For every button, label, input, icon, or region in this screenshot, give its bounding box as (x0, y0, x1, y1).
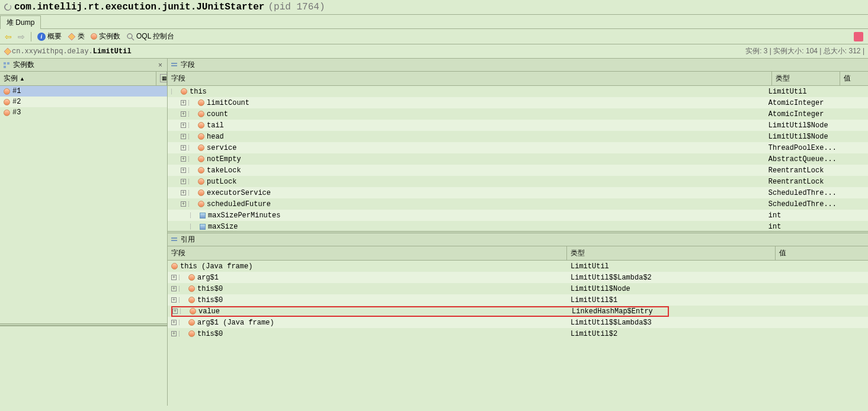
ref-type: LimitUtil$$Lambda$2 (571, 274, 652, 282)
ref-icon (188, 285, 195, 292)
ref-row[interactable]: this (Java frame)LimitUtil (168, 261, 868, 272)
separator (31, 32, 31, 41)
nav-back-button[interactable]: ⇦ (2, 31, 14, 43)
expand-icon[interactable]: + (171, 286, 177, 291)
field-type: ReentrantLock (768, 166, 824, 175)
tab-heap-dump[interactable]: 堆 Dump (0, 15, 41, 29)
svg-rect-5 (171, 63, 177, 64)
field-name: maxSize (208, 223, 238, 231)
toggle-classes[interactable]: 类 (65, 30, 87, 43)
expand-icon[interactable]: + (181, 168, 186, 173)
col-value[interactable]: 值 (776, 246, 868, 260)
panel-header-instances: 实例数 × (0, 59, 167, 72)
fields-table[interactable]: thisLimitUtil+ limitCountAtomicInteger+ … (168, 86, 868, 231)
instance-row[interactable]: #2 (0, 97, 167, 107)
ref-icon (188, 274, 195, 281)
expand-icon[interactable]: + (181, 123, 186, 128)
ref-name: this$0 (197, 285, 223, 293)
stats: 实例: 3 | 实例大小: 104 | 总大小: 312 | (745, 46, 864, 56)
breadcrumb-package: cn.xxywithpq.delay. (12, 47, 93, 56)
panel-header-refs: 引用 (168, 233, 868, 246)
field-row[interactable]: + putLockReentrantLock (168, 176, 868, 187)
field-name: head (207, 133, 224, 141)
ref-row[interactable]: +this$0LimitUtil$Node (168, 283, 868, 294)
field-obj-icon (198, 156, 204, 162)
svg-point-0 (127, 34, 132, 38)
refs-table[interactable]: this (Java frame)LimitUtil+arg$1LimitUti… (168, 261, 868, 339)
expand-icon[interactable]: + (172, 309, 178, 314)
field-row[interactable]: + scheduledFutureScheduledThre... (168, 198, 868, 210)
instance-row[interactable]: #1 (0, 86, 167, 97)
ref-row[interactable]: +arg$1 (Java frame)LimitUtil$$Lambda$3 (168, 317, 868, 328)
arrow-right-icon: ⇨ (18, 32, 25, 41)
field-obj-icon (198, 167, 204, 174)
expand-icon[interactable]: + (181, 111, 186, 117)
magnify-icon (126, 33, 134, 41)
field-row[interactable]: + notEmptyAbstractQueue... (168, 153, 868, 165)
field-obj-icon (181, 88, 187, 95)
field-type: ThreadPoolExe... (768, 144, 837, 152)
field-name: notEmpty (207, 155, 241, 163)
col-field[interactable]: 字段 (168, 246, 567, 260)
brand-button[interactable] (851, 31, 866, 43)
toggle-oql[interactable]: OQL 控制台 (124, 30, 177, 43)
ref-row[interactable]: +valueLinkedHashMap$Entry (168, 306, 868, 317)
nav-forward-button[interactable]: ⇨ (15, 31, 27, 43)
field-name: maxSizePerMinutes (208, 211, 280, 220)
field-row[interactable]: + limitCountAtomicInteger (168, 97, 868, 108)
toggle-instances[interactable]: 实例数 (88, 30, 123, 43)
instance-row[interactable]: #3 (0, 107, 167, 118)
expand-icon[interactable]: + (181, 145, 186, 150)
toggle-overview[interactable]: i 概要 (35, 30, 64, 43)
instances-list[interactable]: #1#2#3 (0, 86, 167, 323)
expand-icon[interactable]: + (181, 100, 186, 105)
svg-rect-3 (7, 62, 9, 65)
field-prim-icon (200, 213, 206, 219)
field-type: int (768, 211, 781, 220)
tabbar: 堆 Dump (0, 15, 868, 29)
field-row[interactable]: maxSizePerMinutesint (168, 210, 868, 221)
svg-rect-6 (171, 65, 177, 66)
field-row[interactable]: + serviceThreadPoolExe... (168, 142, 868, 153)
expand-icon[interactable]: + (181, 201, 186, 207)
expand-icon[interactable]: + (171, 320, 177, 325)
expand-icon[interactable]: + (181, 190, 186, 195)
field-row[interactable]: thisLimitUtil (168, 86, 868, 97)
toggle-instances-label: 实例数 (99, 31, 120, 41)
ref-type: LimitUtil$1 (571, 296, 617, 304)
expand-icon[interactable]: + (171, 331, 177, 336)
field-obj-icon (198, 122, 204, 129)
field-row[interactable]: maxSizeint (168, 221, 868, 231)
expand-icon[interactable]: + (181, 156, 186, 162)
col-value[interactable]: 值 (840, 72, 868, 85)
ref-type: LimitUtil$2 (571, 330, 617, 338)
col-type[interactable]: 类型 (772, 72, 840, 85)
ref-row[interactable]: +arg$1LimitUtil$$Lambda$2 (168, 272, 868, 283)
field-row[interactable]: + headLimitUtil$Node (168, 131, 868, 142)
close-button[interactable]: × (156, 61, 165, 69)
col-type[interactable]: 类型 (567, 246, 776, 260)
field-name: executorService (207, 189, 271, 197)
ref-icon (188, 297, 195, 303)
svg-rect-2 (4, 62, 6, 65)
field-type: LimitUtil$Node (768, 133, 828, 141)
field-prim-icon (200, 224, 206, 230)
expand-icon[interactable]: + (181, 179, 186, 184)
field-row[interactable]: + countAtomicInteger (168, 108, 868, 120)
expand-icon[interactable]: + (181, 134, 186, 139)
svg-rect-8 (171, 240, 177, 241)
instances-header: 实例▲ ▦ (0, 72, 167, 86)
field-name: count (207, 110, 228, 118)
col-field[interactable]: 字段 (168, 72, 772, 85)
expand-icon[interactable]: + (171, 275, 177, 280)
field-row[interactable]: + executorServiceScheduledThre... (168, 187, 868, 198)
col-instance[interactable]: 实例▲ (0, 72, 156, 85)
field-name: limitCount (207, 99, 249, 107)
field-row[interactable]: + takeLockReentrantLock (168, 165, 868, 176)
brand-icon (854, 32, 863, 41)
ref-row[interactable]: +this$0LimitUtil$1 (168, 294, 868, 306)
expand-icon[interactable]: + (171, 297, 177, 303)
field-row[interactable]: + tailLimitUtil$Node (168, 120, 868, 131)
col-handle[interactable]: ▦ (156, 72, 167, 85)
ref-row[interactable]: +this$0LimitUtil$2 (168, 328, 868, 339)
